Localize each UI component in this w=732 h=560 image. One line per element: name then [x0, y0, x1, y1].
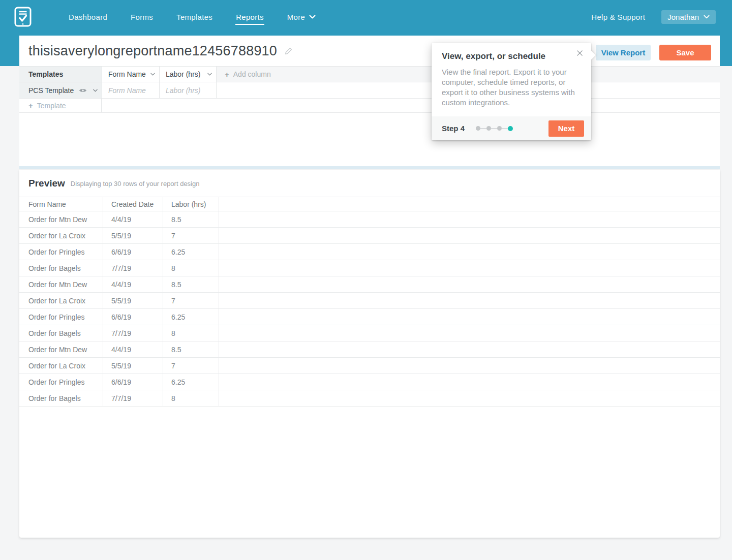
cell-created-date: 6/6/19: [103, 374, 163, 390]
cell-labor: 8: [163, 325, 219, 341]
table-row: Order for Mtn Dew 4/4/19 8.5: [19, 211, 720, 228]
builder-table: Templates Form Name Labor (hrs) + Add co…: [19, 66, 720, 113]
cell-labor: 6.25: [163, 244, 219, 260]
template-row: PCS Template Form Name Labor (hrs): [19, 82, 720, 99]
table-row: Order for La Croix 5/5/19 7: [19, 293, 720, 309]
nav-item-dashboard[interactable]: Dashboard: [68, 9, 108, 25]
add-template-button[interactable]: + Template: [19, 99, 102, 112]
close-tooltip-button[interactable]: [574, 48, 585, 58]
add-template-label: Template: [37, 102, 66, 110]
preview-subheading: Displaying top 30 rows of your report de…: [71, 180, 200, 188]
cell-labor: 7: [163, 293, 219, 308]
cell-created-date: 5/5/19: [103, 358, 163, 374]
chevron-down-icon[interactable]: [93, 89, 98, 92]
nav-item-reports[interactable]: Reports: [235, 9, 264, 25]
table-row: Order for Bagels 7/7/19 8: [19, 390, 720, 407]
user-name: Jonathan: [667, 13, 699, 21]
cell-created-date: 7/7/19: [103, 390, 163, 406]
tooltip-text: View the final report. Export it to your…: [442, 67, 581, 108]
help-support-link[interactable]: Help & Support: [591, 13, 645, 21]
chevron-down-icon: [704, 15, 710, 19]
nav-more-label: More: [287, 13, 305, 21]
cell-empty: [219, 276, 720, 292]
step-label: Step 4: [442, 124, 465, 133]
cell-created-date: 6/6/19: [103, 309, 163, 325]
preview-col-form-name: Form Name: [19, 197, 103, 211]
templates-column-header: Templates: [19, 67, 102, 82]
cell-labor: 7: [163, 228, 219, 243]
builder-header-row: Templates Form Name Labor (hrs) + Add co…: [19, 67, 720, 82]
step-dot-connector: [491, 128, 497, 129]
preview-table: Form Name Created Date Labor (hrs) Order…: [19, 197, 720, 407]
cell-form-name: Order for La Croix: [19, 228, 103, 243]
cell-labor: 8.5: [163, 211, 219, 227]
table-row: Order for Mtn Dew 4/4/19 8.5: [19, 341, 720, 358]
cell-labor: 8: [163, 260, 219, 276]
labor-cell-placeholder[interactable]: Labor (hrs): [159, 82, 216, 98]
cell-form-name: Order for Mtn Dew: [19, 211, 103, 227]
cell-labor: 8.5: [163, 341, 219, 357]
table-row: Order for Pringles 6/6/19 6.25: [19, 309, 720, 325]
cell-labor: 6.25: [163, 309, 219, 325]
step-dot: [497, 126, 502, 131]
table-row: Order for Bagels 7/7/19 8: [19, 260, 720, 276]
topbar-inner: Dashboard Forms Templates Reports More H…: [0, 0, 732, 34]
cell-form-name: Order for Pringles: [19, 244, 103, 260]
nav-item-more[interactable]: More: [287, 9, 316, 25]
plus-icon: +: [28, 101, 33, 110]
next-button[interactable]: Next: [548, 120, 584, 137]
table-row: Order for La Croix 5/5/19 7: [19, 358, 720, 374]
labor-column-header[interactable]: Labor (hrs): [159, 67, 216, 82]
form-name-header-label: Form Name: [108, 70, 146, 78]
pencil-icon: [285, 49, 292, 56]
preview-col-labor: Labor (hrs): [163, 197, 219, 211]
cell-empty: [219, 211, 720, 227]
user-menu-button[interactable]: Jonathan: [661, 10, 716, 24]
step-dot-connector: [502, 128, 508, 129]
cell-created-date: 7/7/19: [103, 260, 163, 276]
cell-empty: [219, 374, 720, 390]
card-bottom-strip: [19, 166, 720, 169]
chevron-down-icon: [309, 15, 316, 19]
eye-icon[interactable]: [79, 88, 87, 93]
edit-title-button[interactable]: [284, 46, 293, 56]
nav-item-templates[interactable]: Templates: [176, 9, 213, 25]
nav-item-forms[interactable]: Forms: [130, 9, 154, 25]
close-icon: [576, 50, 583, 58]
cell-created-date: 4/4/19: [103, 341, 163, 357]
cell-labor: 7: [163, 358, 219, 374]
cell-empty: [219, 358, 720, 374]
cell-form-name: Order for Pringles: [19, 309, 103, 325]
form-name-column-header[interactable]: Form Name: [102, 67, 159, 82]
preview-header: Preview Displaying top 30 rows of your r…: [28, 170, 199, 197]
step-dot-connector: [480, 128, 486, 129]
cell-created-date: 5/5/19: [103, 228, 163, 243]
tooltip-body: View, export, or schedule View the final…: [432, 43, 591, 116]
save-button[interactable]: Save: [659, 45, 711, 60]
cell-empty: [219, 260, 720, 276]
view-report-button[interactable]: View Report: [596, 45, 651, 60]
cell-form-name: Order for La Croix: [19, 358, 103, 374]
topbar-right: Help & Support Jonathan: [591, 0, 716, 34]
preview-heading: Preview: [28, 178, 65, 189]
template-selector[interactable]: PCS Template: [19, 82, 102, 98]
table-row: Order for Mtn Dew 4/4/19 8.5: [19, 276, 720, 293]
form-name-cell-placeholder[interactable]: Form Name: [102, 82, 159, 98]
report-title: thisisaverylongreportname12456788910: [28, 43, 277, 59]
cell-labor: 8: [163, 390, 219, 406]
cell-created-date: 5/5/19: [103, 293, 163, 308]
cell-form-name: Order for Mtn Dew: [19, 276, 103, 292]
tooltip-title: View, export, or schedule: [442, 51, 581, 61]
preview-table-body: Order for Mtn Dew 4/4/19 8.5 Order for L…: [19, 211, 720, 407]
cell-form-name: Order for La Croix: [19, 293, 103, 308]
step-dot: [476, 126, 480, 131]
template-name: PCS Template: [28, 86, 74, 95]
preview-col-created-date: Created Date: [103, 197, 163, 211]
onboarding-tooltip: View, export, or schedule View the final…: [432, 43, 591, 140]
cell-empty: [219, 341, 720, 357]
cell-created-date: 7/7/19: [103, 325, 163, 341]
app-logo[interactable]: [14, 7, 32, 27]
cell-empty: [219, 325, 720, 341]
report-title-row: thisisaverylongreportname12456788910 Vie…: [19, 36, 720, 66]
cell-created-date: 6/6/19: [103, 244, 163, 260]
